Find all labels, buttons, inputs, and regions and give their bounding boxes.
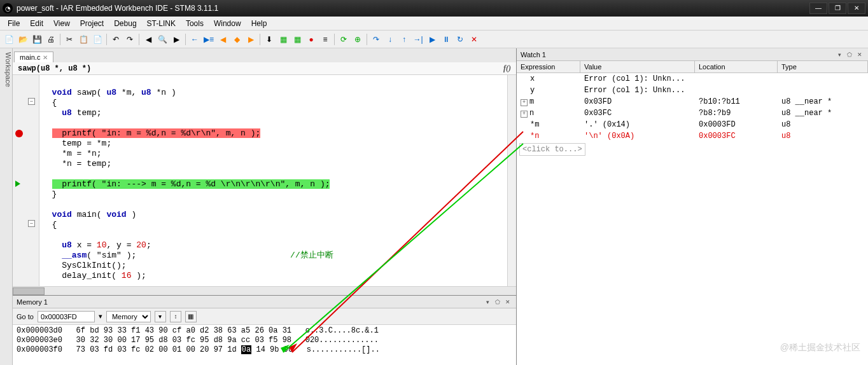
watch-row[interactable]: +m0x03FD?b10:?b11u8 __near * <box>517 96 868 107</box>
window-controls: — ❐ ✕ <box>809 3 865 14</box>
step-over-icon[interactable]: ↷ <box>370 33 382 46</box>
watch-row[interactable]: *m'.' (0x14)0x0003FDu8 <box>517 119 868 130</box>
titlebar: ◔ power_soft - IAR Embedded Workbench ID… <box>0 0 868 17</box>
pane-dropdown-icon[interactable]: ▾ <box>483 298 492 306</box>
watch-title-bar: Watch 1 ▾ ⬠ ✕ <box>517 48 868 61</box>
pause-icon[interactable]: ⏸ <box>440 33 452 46</box>
watch-row[interactable]: xError (col 1): Unkn... <box>517 73 868 85</box>
memory-view-select[interactable]: Memory <box>106 311 151 322</box>
watch-body[interactable]: xError (col 1): Unkn...yError (col 1): U… <box>517 73 868 365</box>
pane-pin-icon[interactable]: ⬠ <box>845 50 854 59</box>
memory-title-bar: Memory 1 ▾ ⬠ ✕ <box>13 296 516 308</box>
menu-file[interactable]: File <box>3 18 25 29</box>
new-icon[interactable]: 📄 <box>3 33 15 46</box>
fold-icon[interactable]: − <box>28 220 35 227</box>
maximize-button[interactable]: ❐ <box>829 3 846 14</box>
menu-view[interactable]: View <box>48 18 75 29</box>
fx-icon[interactable]: f() <box>503 64 511 73</box>
redo-icon[interactable]: ↷ <box>123 33 136 46</box>
bookmark-prev-icon[interactable]: ← <box>188 33 201 46</box>
watch-row[interactable]: +n0x03FC?b8:?b9u8 __near * <box>517 107 868 119</box>
col-type[interactable]: Type <box>778 61 868 72</box>
function-signature: sawp(u8 *, u8 *) <box>18 64 91 73</box>
menu-edit[interactable]: Edit <box>25 18 48 29</box>
col-value[interactable]: Value <box>580 61 695 72</box>
horizontal-scrollbar[interactable] <box>13 286 516 295</box>
open-icon[interactable]: 📂 <box>17 33 29 46</box>
pane-close-icon[interactable]: ✕ <box>503 298 512 306</box>
watch-row[interactable]: yError (col 1): Unkn... <box>517 85 868 96</box>
menu-help[interactable]: Help <box>246 18 272 29</box>
watch-row[interactable]: *n'\n' (0x0A)0x0003FCu8 <box>517 130 868 142</box>
menu-project[interactable]: Project <box>75 18 109 29</box>
reset-icon[interactable]: ↻ <box>454 33 466 46</box>
code-area[interactable]: void sawp( u8 *m, u8 *n ) { u8 temp; pri… <box>39 75 507 286</box>
workspace-label: Workspace <box>4 52 12 87</box>
save-icon[interactable]: 💾 <box>31 33 43 46</box>
nav-next-icon[interactable]: ▶ <box>244 33 257 46</box>
col-location[interactable]: Location <box>695 61 778 72</box>
saveall-icon[interactable]: 🖨 <box>45 33 57 46</box>
cut-icon[interactable]: ✂ <box>63 33 76 46</box>
break-icon[interactable]: ⊕ <box>351 33 364 46</box>
bookmark-toggle-icon[interactable]: ▶≡ <box>202 33 215 46</box>
restart-icon[interactable]: ⟳ <box>337 33 350 46</box>
watch-header: Expression Value Location Type <box>517 61 868 73</box>
batch-icon[interactable]: ≡ <box>319 33 332 46</box>
workspace-sidebar[interactable]: Workspace <box>0 48 13 365</box>
tab-close-icon[interactable]: ✕ <box>43 54 48 61</box>
mem-btn1-icon[interactable]: ▾ <box>155 311 166 322</box>
editor-gutter: − − <box>13 75 39 295</box>
goto-input[interactable] <box>38 311 95 322</box>
tab-main-c[interactable]: main.c ✕ <box>14 52 53 62</box>
watch-title: Watch 1 <box>521 51 546 59</box>
run-to-icon[interactable]: →| <box>412 33 424 46</box>
pane-pin-icon[interactable]: ⬠ <box>493 298 502 306</box>
stop-build-icon[interactable]: ● <box>305 33 318 46</box>
paste-icon[interactable]: 📄 <box>91 33 104 46</box>
vertical-scrollbar[interactable] <box>507 75 516 286</box>
fold-icon[interactable]: − <box>28 98 35 105</box>
close-button[interactable]: ✕ <box>848 3 865 14</box>
signature-bar: sawp(u8 *, u8 *) f() <box>13 62 516 75</box>
memory-title: Memory 1 <box>17 298 48 306</box>
col-expression[interactable]: Expression <box>517 61 580 72</box>
menubar: File Edit View Project Debug ST-LINK Too… <box>0 17 868 31</box>
minimize-button[interactable]: — <box>809 3 827 14</box>
step-out-icon[interactable]: ↑ <box>398 33 410 46</box>
watch-pane: Watch 1 ▾ ⬠ ✕ Expression Value Location … <box>517 48 868 365</box>
goto-dropdown-icon[interactable]: ▾ <box>99 312 102 320</box>
step-into-icon[interactable]: ↓ <box>384 33 396 46</box>
memory-dump[interactable]: 0x000003d0 6f bd 93 33 f1 43 90 cf a0 d2… <box>13 325 516 365</box>
memory-pane: Memory 1 ▾ ⬠ ✕ Go to ▾ Memory ▾ ↕ ▦ 0x00… <box>13 295 516 365</box>
code-editor[interactable]: − − void sawp( u8 *m, u8 *n ) { u8 temp;… <box>13 75 516 295</box>
search-prev-icon[interactable]: ◀ <box>142 33 155 46</box>
current-line-arrow-icon <box>15 181 20 187</box>
goto-label: Go to <box>17 313 34 320</box>
nav-fwd-icon[interactable]: ◆ <box>230 33 243 46</box>
mem-btn3-icon[interactable]: ▦ <box>185 311 197 322</box>
menu-window[interactable]: Window <box>209 18 246 29</box>
compile-icon[interactable]: ⬇ <box>263 33 276 46</box>
editor-tabbar: main.c ✕ <box>13 48 516 62</box>
nav-back-icon[interactable]: ◀ <box>216 33 229 46</box>
build-icon[interactable]: ▦ <box>291 33 304 46</box>
search-icon[interactable]: 🔍 <box>156 33 169 46</box>
menu-tools[interactable]: Tools <box>181 18 209 29</box>
go-icon[interactable]: ▶ <box>426 33 438 46</box>
pane-dropdown-icon[interactable]: ▾ <box>835 50 844 59</box>
mem-btn2-icon[interactable]: ↕ <box>170 311 181 322</box>
toolbar: 📄 📂 💾 🖨 ✂ 📋 📄 ↶ ↷ ◀ 🔍 ▶ ← ▶≡ ◀ ◆ ▶ ⬇ ▦ ▦… <box>0 31 868 48</box>
search-next-icon[interactable]: ▶ <box>170 33 183 46</box>
undo-icon[interactable]: ↶ <box>109 33 122 46</box>
menu-stlink[interactable]: ST-LINK <box>142 18 181 29</box>
memory-toolbar: Go to ▾ Memory ▾ ↕ ▦ <box>13 308 516 325</box>
watch-add-placeholder[interactable]: <click to...> <box>519 143 585 156</box>
copy-icon[interactable]: 📋 <box>77 33 90 46</box>
make-icon[interactable]: ▦ <box>277 33 290 46</box>
stop-icon[interactable]: ✕ <box>468 33 480 46</box>
watermark: @稀土掘金技术社区 <box>780 342 860 354</box>
pane-close-icon[interactable]: ✕ <box>855 50 864 59</box>
breakpoint-icon[interactable] <box>15 130 23 137</box>
menu-debug[interactable]: Debug <box>109 18 141 29</box>
